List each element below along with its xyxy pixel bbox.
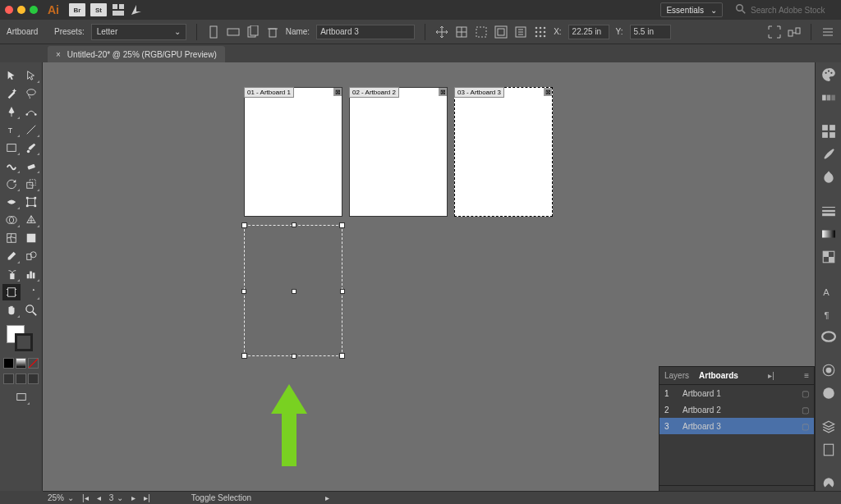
minimize-window-button[interactable] bbox=[17, 6, 25, 14]
swatches-panel-icon[interactable] bbox=[821, 124, 836, 139]
handle-tr[interactable] bbox=[339, 222, 345, 228]
color-mode-color[interactable] bbox=[3, 358, 14, 369]
character-panel-icon[interactable]: A bbox=[821, 283, 836, 298]
libraries-panel-icon[interactable] bbox=[821, 476, 836, 491]
stroke-panel-icon[interactable] bbox=[821, 204, 836, 218]
artboard-options-icon[interactable]: ▢ bbox=[802, 389, 809, 398]
color-mode-none[interactable] bbox=[28, 358, 39, 369]
line-tool[interactable] bbox=[22, 121, 40, 138]
gpu-preview-icon[interactable] bbox=[130, 3, 143, 16]
artboard-nav-dropdown[interactable]: 3 ⌄ bbox=[109, 493, 124, 502]
artboard-2[interactable]: 02 - Artboard 2 ⊠ bbox=[349, 87, 448, 217]
selection-tool[interactable] bbox=[2, 67, 21, 84]
handle-bl[interactable] bbox=[241, 353, 247, 359]
orientation-landscape-icon[interactable] bbox=[227, 25, 240, 39]
artboard-list-row[interactable]: 2 Artboard 2 ▢ bbox=[659, 401, 814, 418]
next-artboard-icon[interactable]: ▸ bbox=[131, 493, 136, 502]
handle-t[interactable] bbox=[292, 222, 296, 227]
draw-inside[interactable] bbox=[28, 373, 39, 384]
rearrange-artboards-icon[interactable] bbox=[788, 25, 801, 39]
document-tab[interactable]: × Untitled-20* @ 25% (RGB/GPU Preview) bbox=[48, 46, 225, 62]
handle-tl[interactable] bbox=[241, 222, 247, 228]
handle-br[interactable] bbox=[339, 353, 345, 359]
stock-button[interactable]: St bbox=[90, 3, 107, 16]
eraser-tool[interactable] bbox=[22, 158, 40, 174]
artboard-3[interactable]: 03 - Artboard 3 ⊠ bbox=[454, 87, 553, 217]
transparency-panel-icon[interactable] bbox=[821, 250, 836, 264]
panel-menu-icon[interactable]: ≡ bbox=[804, 371, 809, 380]
artboard-options-icon[interactable] bbox=[514, 25, 527, 39]
screen-mode-tool[interactable] bbox=[12, 389, 30, 405]
bridge-button[interactable]: Br bbox=[69, 3, 85, 16]
mesh-tool[interactable] bbox=[2, 230, 21, 246]
column-graph-tool[interactable] bbox=[22, 266, 40, 282]
fit-artboard-icon[interactable] bbox=[768, 25, 781, 39]
workspace-switcher[interactable]: Essentials ⌄ bbox=[660, 2, 723, 17]
pen-tool[interactable] bbox=[2, 103, 21, 120]
show-crosshair-icon[interactable] bbox=[475, 25, 488, 39]
panel-collapse-icon[interactable]: ▸| bbox=[768, 371, 774, 380]
x-input[interactable] bbox=[568, 25, 609, 39]
blend-tool[interactable] bbox=[22, 248, 40, 264]
reference-point-icon[interactable] bbox=[534, 25, 547, 39]
artboard-close-icon[interactable]: ⊠ bbox=[439, 88, 447, 96]
arrange-documents-icon[interactable] bbox=[112, 3, 125, 16]
artboard-1[interactable]: 01 - Artboard 1 ⊠ bbox=[244, 87, 342, 217]
artboard-list-row[interactable]: 3 Artboard 3 ▢ bbox=[659, 418, 814, 434]
close-window-button[interactable] bbox=[5, 6, 13, 14]
orientation-portrait-icon[interactable] bbox=[207, 25, 220, 39]
eyedropper-tool[interactable] bbox=[2, 248, 21, 264]
magic-wand-tool[interactable] bbox=[2, 85, 21, 102]
new-artboard-icon[interactable] bbox=[246, 25, 260, 39]
tab-layers[interactable]: Layers bbox=[664, 371, 689, 380]
rectangle-tool[interactable] bbox=[2, 140, 21, 156]
symbols-panel-icon[interactable] bbox=[821, 170, 836, 185]
delete-artboard-icon[interactable] bbox=[266, 25, 279, 39]
opentype-panel-icon[interactable] bbox=[821, 329, 836, 344]
handle-b[interactable] bbox=[292, 354, 296, 359]
close-tab-icon[interactable]: × bbox=[56, 50, 61, 59]
handle-center[interactable] bbox=[292, 289, 296, 294]
artboard-tool[interactable] bbox=[2, 284, 21, 300]
hand-tool[interactable] bbox=[2, 302, 21, 318]
direct-selection-tool[interactable] bbox=[22, 67, 40, 84]
handle-r[interactable] bbox=[340, 289, 345, 294]
free-transform-tool[interactable] bbox=[22, 194, 40, 210]
artboard-close-icon[interactable]: ⊠ bbox=[544, 88, 552, 96]
shaper-tool[interactable] bbox=[2, 158, 21, 174]
zoom-dropdown[interactable]: 25% ⌄ bbox=[48, 493, 74, 502]
paintbrush-tool[interactable] bbox=[22, 140, 40, 156]
show-center-icon[interactable] bbox=[455, 25, 468, 39]
curvature-tool[interactable] bbox=[22, 103, 40, 120]
type-tool[interactable]: T bbox=[2, 121, 21, 138]
fill-stroke-swatch[interactable] bbox=[5, 325, 38, 355]
perspective-tool[interactable] bbox=[22, 212, 40, 228]
draw-normal[interactable] bbox=[3, 373, 14, 384]
search-stock[interactable] bbox=[736, 4, 833, 16]
artboard-name-input[interactable] bbox=[316, 25, 415, 39]
color-panel-icon[interactable] bbox=[821, 67, 836, 82]
artboards-panel-icon[interactable] bbox=[821, 442, 836, 457]
artboard-close-icon[interactable]: ⊠ bbox=[333, 88, 342, 96]
zoom-window-button[interactable] bbox=[30, 6, 38, 14]
width-tool[interactable] bbox=[2, 194, 21, 210]
scale-tool[interactable] bbox=[22, 176, 40, 192]
video-safe-icon[interactable] bbox=[494, 25, 508, 39]
rotate-tool[interactable] bbox=[2, 176, 21, 192]
graphic-styles-icon[interactable] bbox=[821, 386, 836, 401]
symbol-sprayer-tool[interactable] bbox=[2, 266, 21, 282]
search-stock-input[interactable] bbox=[751, 6, 833, 15]
artboards-panel[interactable]: Layers Artboards ▸| ≡ 1 Artboard 1 ▢ 2 A… bbox=[659, 366, 815, 504]
color-mode-gradient[interactable] bbox=[16, 358, 26, 369]
handle-l[interactable] bbox=[241, 289, 246, 294]
prev-artboard-icon[interactable]: ◂ bbox=[97, 493, 101, 502]
move-with-artboard-icon[interactable] bbox=[435, 25, 448, 39]
first-artboard-icon[interactable]: |◂ bbox=[82, 493, 89, 502]
tab-artboards[interactable]: Artboards bbox=[699, 371, 738, 380]
appearance-panel-icon[interactable] bbox=[821, 363, 836, 378]
lasso-tool[interactable] bbox=[22, 85, 40, 102]
artboard-list-row[interactable]: 1 Artboard 1 ▢ bbox=[659, 385, 814, 401]
y-input[interactable] bbox=[630, 25, 671, 39]
preset-dropdown[interactable]: Letter ⌄ bbox=[91, 24, 186, 40]
gradient-tool[interactable] bbox=[22, 230, 40, 246]
